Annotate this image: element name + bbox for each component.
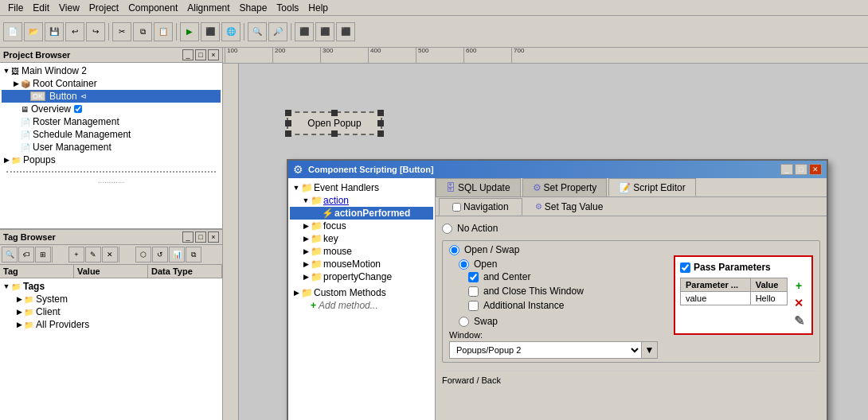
expand-event-handlers[interactable]: ▼ — [291, 184, 301, 192]
tag-item-tags[interactable]: ▼ 📁 Tags — [2, 280, 221, 293]
add-param-btn[interactable]: + — [791, 278, 807, 294]
tree-item-root[interactable]: ▶ 📦 Root Container — [2, 77, 221, 90]
overview-check[interactable] — [74, 105, 82, 113]
tag-item-system[interactable]: ▶ 📁 System — [2, 293, 221, 305]
align-right-btn[interactable]: ⬛ — [336, 22, 355, 41]
handle-mr[interactable] — [377, 120, 384, 126]
align-left-btn[interactable]: ⬛ — [295, 22, 314, 41]
tb-refresh-btn[interactable]: ↺ — [152, 247, 168, 262]
tree-item-button[interactable]: OK Button ⊲ — [2, 90, 221, 103]
menu-component[interactable]: Component — [123, 1, 182, 15]
expand-mouse[interactable]: ▶ — [301, 247, 311, 255]
checkbox-close-window[interactable] — [468, 286, 479, 297]
handle-tc[interactable] — [331, 110, 338, 116]
expand-tags[interactable]: ▼ — [2, 282, 11, 290]
checkbox-additional[interactable] — [468, 301, 479, 311]
tab-script-editor[interactable]: 📝 Script Editor — [608, 178, 695, 196]
undo-btn[interactable]: ↩ — [65, 22, 84, 41]
tree-item-schedule[interactable]: 📄 Schedule Management — [2, 128, 221, 141]
tb-tag-btn[interactable]: 🏷 — [18, 247, 34, 262]
subtab-navigation[interactable]: Navigation — [439, 198, 522, 216]
zoom-out-btn[interactable]: 🔎 — [268, 22, 287, 41]
copy-btn[interactable]: ⧉ — [133, 22, 152, 41]
redo-btn[interactable]: ↪ — [86, 22, 105, 41]
nav-checkbox[interactable] — [452, 203, 461, 212]
new-btn[interactable]: 📄 — [3, 22, 22, 41]
dialog-maximize-btn[interactable]: □ — [795, 164, 807, 175]
expand-action[interactable]: ▼ — [301, 196, 311, 204]
pb-minimize-btn[interactable]: _ — [182, 49, 194, 60]
tree-item-mainwindow[interactable]: ▼ 🖼 Main Window 2 — [2, 64, 221, 77]
radio-open[interactable] — [459, 259, 469, 270]
tag-item-client[interactable]: ▶ 📁 Client — [2, 305, 221, 318]
tb-minimize-btn[interactable]: _ — [182, 231, 194, 243]
menu-project[interactable]: Project — [84, 1, 123, 15]
st-mouse[interactable]: ▶ 📁 mouse — [290, 245, 433, 258]
tb-opc-btn[interactable]: ⬡ — [135, 247, 151, 262]
checkbox-and-center[interactable] — [468, 272, 479, 282]
run-btn[interactable]: ▶ — [180, 22, 199, 41]
tb-grid-btn[interactable]: ⊞ — [35, 247, 51, 262]
radio-no-action[interactable] — [442, 224, 452, 234]
st-key[interactable]: ▶ 📁 key — [290, 232, 433, 245]
pb-close-btn[interactable]: × — [208, 49, 219, 60]
tab-set-property[interactable]: ⚙ Set Property — [522, 178, 608, 196]
tb-add-btn[interactable]: + — [68, 247, 84, 262]
tree-item-usermgmt[interactable]: 📄 User Management — [2, 141, 221, 154]
tb-edit-btn[interactable]: ✎ — [85, 247, 101, 262]
cut-btn[interactable]: ✂ — [112, 22, 131, 41]
expand-popups[interactable]: ▶ — [2, 156, 11, 164]
expand-client[interactable]: ▶ — [14, 308, 24, 316]
handle-tr[interactable] — [377, 110, 384, 116]
expand-mousemotion[interactable]: ▶ — [301, 260, 311, 268]
menu-edit[interactable]: Edit — [28, 1, 54, 15]
expand-root[interactable]: ▶ — [11, 80, 21, 88]
tb-chart-btn[interactable]: 📊 — [169, 247, 185, 262]
open-btn[interactable]: 📂 — [24, 22, 43, 41]
st-action[interactable]: ▼ 📁 action — [290, 194, 433, 207]
menu-file[interactable]: File — [3, 1, 28, 15]
tb-copy-btn[interactable]: ⧉ — [186, 247, 201, 262]
handle-br[interactable] — [377, 130, 384, 137]
open-popup-widget[interactable]: Open Popup — [287, 111, 382, 135]
tb-close-btn[interactable]: × — [208, 231, 219, 243]
pb-float-btn[interactable]: □ — [195, 49, 206, 60]
tb-float-btn[interactable]: □ — [195, 231, 206, 243]
dropdown-arrow-btn[interactable]: ▼ — [642, 341, 658, 359]
st-event-handlers[interactable]: ▼ 📁 Event Handlers — [290, 181, 433, 194]
dialog-minimize-btn[interactable]: _ — [780, 164, 793, 175]
window-select[interactable]: Popups/Popup 2 — [449, 341, 642, 359]
radio-open-swap[interactable] — [449, 245, 459, 255]
dialog-close-btn[interactable]: ✕ — [809, 164, 822, 175]
menu-help[interactable]: Help — [303, 1, 333, 15]
st-add-method[interactable]: + Add method... — [290, 299, 433, 312]
zoom-in-btn[interactable]: 🔍 — [248, 22, 267, 41]
tree-item-popups[interactable]: ▶ 📁 Popups — [2, 154, 221, 166]
tree-item-roster[interactable]: 📄 Roster Management — [2, 115, 221, 128]
st-mousemotion[interactable]: ▶ 📁 mouseMotion — [290, 258, 433, 270]
menu-shape[interactable]: Shape — [235, 1, 272, 15]
publish-btn[interactable]: 🌐 — [221, 22, 240, 41]
tag-item-allproviders[interactable]: ▶ 📁 All Providers — [2, 318, 221, 331]
st-focus[interactable]: ▶ 📁 focus — [290, 220, 433, 232]
handle-ml[interactable] — [285, 120, 291, 126]
st-propertychange[interactable]: ▶ 📁 propertyChange — [290, 270, 433, 283]
expand-system[interactable]: ▶ — [14, 295, 24, 303]
menu-view[interactable]: View — [54, 1, 84, 15]
expand-propertychange[interactable]: ▶ — [301, 273, 311, 281]
expand-custom-methods[interactable]: ▶ — [291, 289, 301, 297]
handle-bc[interactable] — [331, 130, 338, 137]
expand-mainwindow[interactable]: ▼ — [2, 67, 11, 75]
tb-search-btn[interactable]: 🔍 — [2, 247, 18, 262]
align-center-btn[interactable]: ⬛ — [315, 22, 334, 41]
paste-btn[interactable]: 📋 — [154, 22, 173, 41]
st-actionperformed[interactable]: ⚡ actionPerformed — [290, 207, 433, 220]
handle-tl[interactable] — [285, 110, 291, 116]
menu-alignment[interactable]: Alignment — [182, 1, 234, 15]
pass-params-checkbox[interactable] — [680, 262, 690, 273]
stop-btn[interactable]: ⬛ — [201, 22, 220, 41]
subtab-set-tag-value[interactable]: ⚙ Set Tag Value — [522, 197, 616, 216]
edit-param-btn[interactable]: ✎ — [791, 313, 807, 329]
tree-item-overview[interactable]: 🖥 Overview — [2, 103, 221, 115]
menu-tools[interactable]: Tools — [272, 1, 303, 15]
